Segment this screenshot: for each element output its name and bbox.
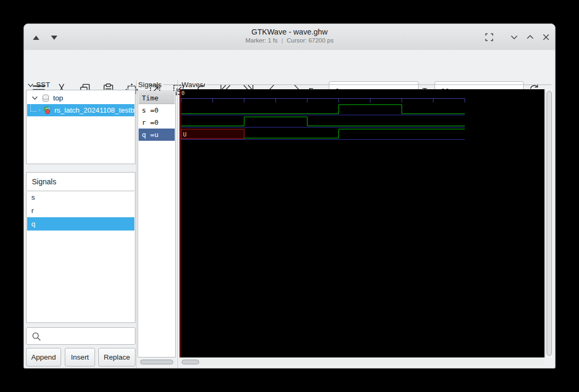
signal-row-r[interactable]: r =0 <box>139 116 175 129</box>
tree-item-label: top <box>53 94 63 102</box>
sst-header: SST <box>36 81 50 89</box>
close-icon <box>541 32 551 42</box>
marker-status: Marker: 1 fs <box>245 37 278 44</box>
close-button[interactable] <box>541 32 551 42</box>
cursor-status: Cursor: 67200 ps <box>287 37 334 44</box>
minimize-button[interactable] <box>509 32 520 42</box>
tree-item-testbench[interactable]: rs_latch_20241108_testb <box>27 104 134 116</box>
append-button[interactable]: Append <box>26 348 61 367</box>
waves-label: Waves <box>182 81 203 89</box>
signal-list-item-q[interactable]: q <box>27 217 134 231</box>
waves-hscrollbar-track[interactable] <box>180 359 544 365</box>
titlebar[interactable]: GTKWave - wave.ghw Marker: 1 fs|Cursor: … <box>24 24 555 50</box>
names-hscrollbar-thumb[interactable] <box>140 360 173 364</box>
maximize-button[interactable] <box>525 32 535 42</box>
gtkwave-window: GTKWave - wave.ghw Marker: 1 fs|Cursor: … <box>23 23 556 369</box>
waves-vscrollbar-track[interactable] <box>545 89 552 357</box>
status-separator: | <box>282 37 283 44</box>
replace-button[interactable]: Replace <box>98 348 135 367</box>
signal-search[interactable] <box>26 327 135 345</box>
signal-row-s[interactable]: s =0 <box>139 104 175 116</box>
frame-line <box>163 84 176 85</box>
titlebar-text: GTKWave - wave.ghw Marker: 1 fs|Cursor: … <box>24 24 555 44</box>
signals-panel-label: Signals <box>138 81 161 89</box>
insert-button[interactable]: Insert <box>65 348 95 367</box>
fit-window-icon <box>484 32 495 42</box>
module-icon <box>43 106 52 115</box>
expander-open-icon[interactable] <box>31 95 38 101</box>
tree-guide-lines <box>30 105 37 112</box>
signal-names-box: Time s =0 r =0 q =u <box>138 91 176 357</box>
search-input[interactable] <box>42 329 134 344</box>
svg-text:0: 0 <box>182 90 185 96</box>
sst-tree: top rs_latch_20241108_testb <box>26 90 135 164</box>
tree-item-label: rs_latch_20241108_testb <box>54 106 134 114</box>
signal-list-item-r[interactable]: r <box>27 204 134 217</box>
signal-row-q[interactable]: q =u <box>139 129 175 141</box>
splitter-right[interactable] <box>177 80 178 368</box>
waveform-canvas[interactable]: 0U <box>180 89 544 357</box>
expander-closed-icon[interactable] <box>38 107 41 114</box>
signals-list-panel: Signals s r q <box>26 172 135 323</box>
search-icon <box>31 331 41 342</box>
frame-line <box>207 84 551 85</box>
database-icon <box>41 94 50 103</box>
tree-item-top[interactable]: top <box>27 92 134 104</box>
time-header[interactable]: Time <box>139 92 175 104</box>
waves-vscrollbar-thumb[interactable] <box>547 91 552 356</box>
chevron-down-icon <box>509 32 520 42</box>
waves-hscrollbar-thumb[interactable] <box>182 360 199 364</box>
window-title: GTKWave - wave.ghw <box>24 28 555 36</box>
chevron-up-icon <box>525 32 535 42</box>
wave-display[interactable]: 0U <box>180 89 544 357</box>
sst-collapse-icon[interactable] <box>27 82 34 89</box>
splitter-left[interactable] <box>136 80 137 368</box>
signals-list-header: Signals <box>27 173 134 191</box>
window-status: Marker: 1 fs|Cursor: 67200 ps <box>24 37 555 44</box>
signal-list-item-s[interactable]: s <box>27 191 134 204</box>
fit-window-button[interactable] <box>484 32 495 42</box>
svg-text:U: U <box>183 131 187 138</box>
toolbar: From: To: <box>24 50 555 79</box>
